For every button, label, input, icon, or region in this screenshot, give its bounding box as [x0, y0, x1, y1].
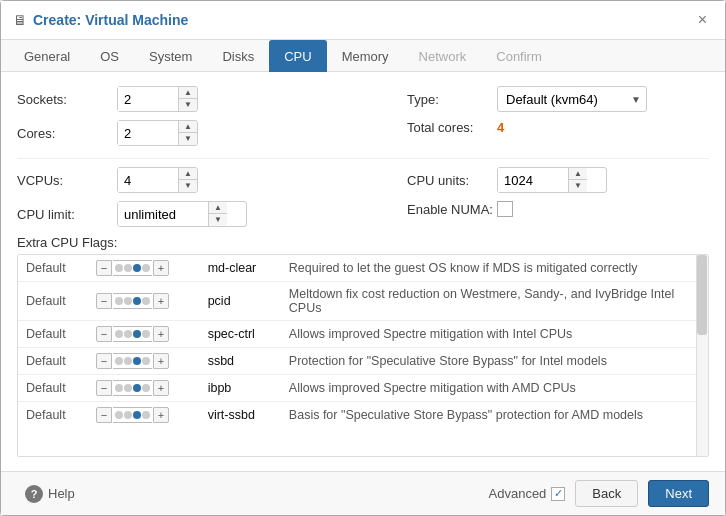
cpu-units-up-btn[interactable]: ▲	[569, 168, 587, 180]
cpu-units-spinner-btns: ▲ ▼	[568, 168, 587, 192]
help-label: Help	[48, 486, 75, 501]
toggle-dot	[115, 357, 123, 365]
cores-up-btn[interactable]: ▲	[179, 121, 197, 133]
flag-toggle[interactable]: −+	[88, 282, 200, 321]
flag-toggle[interactable]: −+	[88, 255, 200, 282]
flag-description: Meltdown fix cost reduction on Westmere,…	[281, 282, 708, 321]
right-column: Type: Default (kvm64) ▼ Total cores: 4	[387, 86, 709, 154]
toggle-dot	[133, 411, 141, 419]
toggle-dot	[124, 297, 132, 305]
toggle-group[interactable]: −+	[96, 380, 192, 396]
title-bar-left: 🖥 Create: Virtual Machine	[13, 12, 188, 28]
toggle-minus-btn[interactable]: −	[96, 260, 112, 276]
toggle-dots	[113, 353, 152, 369]
next-button[interactable]: Next	[648, 480, 709, 507]
flag-toggle[interactable]: −+	[88, 402, 200, 429]
cpu-units-input[interactable]	[498, 168, 568, 192]
type-select[interactable]: Default (kvm64)	[497, 86, 647, 112]
toggle-group[interactable]: −+	[96, 353, 192, 369]
toggle-group[interactable]: −+	[96, 407, 192, 423]
scrollbar-track[interactable]	[696, 255, 708, 456]
vcpus-up-btn[interactable]: ▲	[179, 168, 197, 180]
flags-table-wrap: Default−+md-clearRequired to let the gue…	[17, 254, 709, 457]
toggle-minus-btn[interactable]: −	[96, 353, 112, 369]
toggle-group[interactable]: −+	[96, 260, 192, 276]
toggle-plus-btn[interactable]: +	[153, 353, 169, 369]
scrollbar-thumb[interactable]	[697, 255, 707, 335]
toggle-minus-btn[interactable]: −	[96, 326, 112, 342]
cpu-units-down-btn[interactable]: ▼	[569, 180, 587, 192]
type-row: Type: Default (kvm64) ▼	[407, 86, 709, 112]
toggle-plus-btn[interactable]: +	[153, 293, 169, 309]
total-cores-value: 4	[497, 120, 504, 135]
cpu-limit-spinner[interactable]: ▲ ▼	[117, 201, 247, 227]
flag-toggle[interactable]: −+	[88, 348, 200, 375]
tab-memory[interactable]: Memory	[327, 40, 404, 72]
toggle-dot	[142, 264, 150, 272]
toggle-group[interactable]: −+	[96, 326, 192, 342]
back-button[interactable]: Back	[575, 480, 638, 507]
cpu-limit-label: CPU limit:	[17, 207, 117, 222]
vcpus-row: VCPUs: ▲ ▼	[17, 167, 387, 193]
toggle-minus-btn[interactable]: −	[96, 380, 112, 396]
cpu-limit-up-btn[interactable]: ▲	[209, 202, 227, 214]
flag-row: Default−+md-clearRequired to let the gue…	[18, 255, 708, 282]
toggle-plus-btn[interactable]: +	[153, 326, 169, 342]
toggle-dot	[142, 297, 150, 305]
sockets-spinner[interactable]: ▲ ▼	[117, 86, 198, 112]
tab-cpu[interactable]: CPU	[269, 40, 326, 72]
flag-description: Allows improved Spectre mitigation with …	[281, 375, 708, 402]
sockets-down-btn[interactable]: ▼	[179, 99, 197, 111]
flag-toggle[interactable]: −+	[88, 375, 200, 402]
toggle-dot	[133, 330, 141, 338]
flag-description: Allows improved Spectre mitigation with …	[281, 321, 708, 348]
toggle-dot	[124, 330, 132, 338]
toggle-plus-btn[interactable]: +	[153, 260, 169, 276]
sockets-input[interactable]	[118, 87, 178, 111]
help-icon: ?	[25, 485, 43, 503]
flag-default: Default	[18, 282, 88, 321]
tab-disks[interactable]: Disks	[207, 40, 269, 72]
sockets-up-btn[interactable]: ▲	[179, 87, 197, 99]
flag-toggle[interactable]: −+	[88, 321, 200, 348]
enable-numa-checkbox[interactable]	[497, 201, 513, 217]
toggle-minus-btn[interactable]: −	[96, 407, 112, 423]
flag-name: md-clear	[200, 255, 281, 282]
flag-name: spec-ctrl	[200, 321, 281, 348]
cores-down-btn[interactable]: ▼	[179, 133, 197, 145]
toggle-plus-btn[interactable]: +	[153, 380, 169, 396]
toggle-plus-btn[interactable]: +	[153, 407, 169, 423]
tab-general[interactable]: General	[9, 40, 85, 72]
vm-icon: 🖥	[13, 12, 27, 28]
cores-spinner[interactable]: ▲ ▼	[117, 120, 198, 146]
vcpus-spinner[interactable]: ▲ ▼	[117, 167, 198, 193]
toggle-dots	[113, 260, 152, 276]
flag-description: Basis for "Speculative Store Bypass" pro…	[281, 402, 708, 429]
cores-label: Cores:	[17, 126, 117, 141]
vcpus-input[interactable]	[118, 168, 178, 192]
vcpus-spinner-btns: ▲ ▼	[178, 168, 197, 192]
tab-confirm: Confirm	[481, 40, 557, 72]
toggle-minus-btn[interactable]: −	[96, 293, 112, 309]
content-area: Sockets: ▲ ▼ Cores: ▲	[1, 72, 725, 471]
close-button[interactable]: ×	[692, 9, 713, 31]
dialog-title: Create: Virtual Machine	[33, 12, 188, 28]
tab-os[interactable]: OS	[85, 40, 134, 72]
cores-input[interactable]	[118, 121, 178, 145]
cpu-limit-down-btn[interactable]: ▼	[209, 214, 227, 226]
tab-system[interactable]: System	[134, 40, 207, 72]
vcpus-down-btn[interactable]: ▼	[179, 180, 197, 192]
cpu-limit-input[interactable]	[118, 202, 208, 226]
flag-description: Protection for "Speculative Store Bypass…	[281, 348, 708, 375]
toggle-group[interactable]: −+	[96, 293, 192, 309]
advanced-label: Advanced	[489, 486, 547, 501]
cpu-units-row: CPU units: ▲ ▼	[407, 167, 709, 193]
tab-bar: General OS System Disks CPU Memory Netwo…	[1, 40, 725, 72]
toggle-dots	[113, 293, 152, 309]
help-button[interactable]: ? Help	[17, 481, 83, 507]
cpu-units-spinner[interactable]: ▲ ▼	[497, 167, 607, 193]
advanced-checkbox[interactable]	[551, 487, 565, 501]
sockets-row: Sockets: ▲ ▼	[17, 86, 387, 112]
total-cores-label: Total cores:	[407, 120, 497, 135]
toggle-dot	[124, 384, 132, 392]
